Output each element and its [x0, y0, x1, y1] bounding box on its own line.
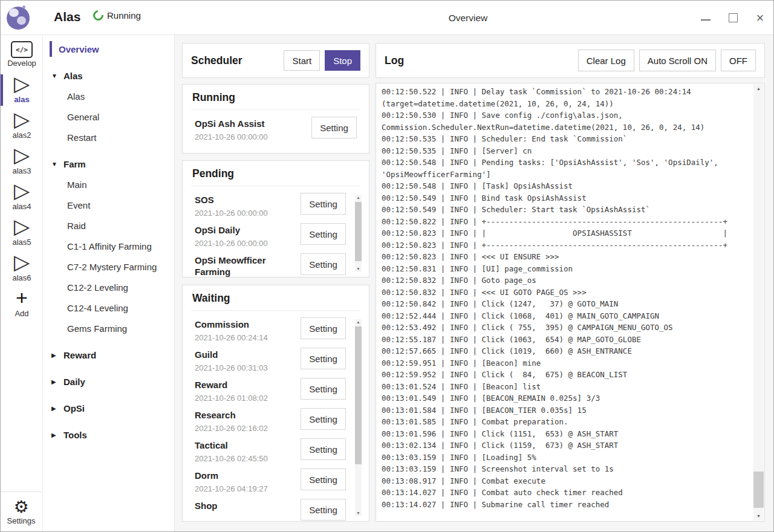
task-row: Dorm2021-10-26 04:19:27Setting [183, 465, 369, 496]
sidebar-item-alas2[interactable]: ▷alas2 [1, 108, 43, 144]
caret-right-icon: ▶ [51, 378, 59, 385]
setting-button[interactable]: Setting [301, 253, 346, 275]
card-title: Pending [183, 161, 369, 180]
scroll-down-arrow[interactable]: ▼ [355, 510, 362, 516]
active-indicator [50, 41, 52, 57]
task-name: Commission [195, 319, 285, 330]
sidebar-item-alas[interactable]: ▷alas [1, 73, 43, 108]
setting-button[interactable]: Setting [301, 499, 346, 521]
setting-button[interactable]: Setting [301, 348, 346, 369]
task-name: Dorm [195, 470, 285, 481]
nav-group-farm[interactable]: ▼Farm [43, 154, 174, 174]
setting-button[interactable]: Setting [301, 438, 346, 460]
card-title: Running [183, 85, 369, 104]
setting-button[interactable]: Setting [301, 193, 346, 215]
auto-scroll-off-button[interactable]: OFF [721, 50, 756, 71]
gear-icon: ⚙ [13, 498, 28, 516]
nav-group-alas[interactable]: ▼Alas [43, 65, 174, 86]
task-row: OpSi Ash Assist2021-10-26 00:00:00Settin… [183, 114, 369, 144]
settings-button[interactable]: ⚙ Settings [1, 491, 42, 531]
list-scrollbar[interactable]: ▲▼ [355, 195, 362, 272]
nav-item-event[interactable]: Event [43, 195, 174, 215]
maximize-button[interactable] [728, 13, 738, 23]
scroll-up-arrow[interactable]: ▲ [355, 319, 362, 325]
nav-item-c1-1-affinity-farming[interactable]: C1-1 Affinity Farming [43, 236, 174, 256]
sidebar-item-alas3[interactable]: ▷alas3 [1, 144, 43, 180]
task-name: OpSi Ash Assist [195, 118, 285, 129]
task-time: 2021-10-26 04:19:27 [195, 484, 296, 493]
task-row: OpSi Daily2021-10-26 00:00:00Setting [183, 220, 369, 250]
nav-group-daily[interactable]: ▶Daily [43, 371, 174, 392]
sidebar-item-label: alas5 [12, 238, 31, 247]
scroll-down-arrow[interactable]: ▼ [753, 511, 764, 521]
nav-item-alas[interactable]: Alas [43, 86, 174, 106]
running-panel: RunningOpSi Ash Assist2021-10-26 00:00:0… [182, 84, 369, 154]
nav-item-raid[interactable]: Raid [43, 215, 174, 236]
list-scrollbar-thumb[interactable] [355, 202, 362, 261]
nav-item-restart[interactable]: Restart [43, 127, 174, 148]
nav-item-c7-2-mystery-farming[interactable]: C7-2 Mystery Farming [43, 256, 174, 277]
play-icon: ▷ [14, 180, 30, 201]
play-icon: ▷ [14, 108, 30, 130]
setting-button[interactable]: Setting [301, 378, 346, 400]
pending-panel: PendingSOS2021-10-26 00:00:00SettingOpSi… [182, 160, 369, 277]
sidebar-item-label: Add [15, 309, 28, 318]
nav-group-reward[interactable]: ▶Reward [43, 345, 174, 365]
task-list: Commission2021-10-26 00:24:14SettingGuil… [183, 311, 369, 522]
list-scrollbar-thumb[interactable] [355, 326, 362, 464]
nav-group-opsi[interactable]: ▶OpSi [43, 398, 174, 418]
scroll-up-arrow[interactable]: ▲ [753, 84, 764, 93]
task-name: Reward [195, 379, 285, 391]
nav-item-main[interactable]: Main [43, 174, 174, 195]
sidebar-item-alas4[interactable]: ▷alas4 [1, 180, 43, 215]
sidebar-item-alas6[interactable]: ▷alas6 [1, 251, 43, 287]
start-button[interactable]: Start [284, 50, 320, 71]
minimize-button[interactable] [701, 13, 711, 23]
scroll-down-arrow[interactable]: ▼ [355, 266, 362, 272]
caret-right-icon: ▶ [51, 352, 59, 358]
stop-button[interactable]: Stop [325, 50, 360, 71]
close-button[interactable]: × [755, 13, 765, 23]
scroll-up-arrow[interactable]: ▲ [355, 195, 362, 201]
nav-group-label: OpSi [63, 403, 85, 414]
sidebar-item-add[interactable]: +Add [1, 287, 43, 322]
setting-button[interactable]: Setting [301, 317, 346, 339]
nav-item-gems-farming[interactable]: Gems Farming [43, 318, 174, 339]
task-row: OpSi Meowfficer FarmingSetting [183, 250, 369, 277]
nav-group-tools[interactable]: ▶Tools [43, 424, 174, 445]
logo-dot [22, 5, 25, 8]
setting-button[interactable]: Setting [301, 223, 346, 245]
setting-button[interactable]: Setting [301, 408, 346, 430]
titlebar: Alas Running Overview × [1, 1, 773, 35]
logo-blob [17, 16, 26, 25]
nav-item-c12-4-leveling[interactable]: C12-4 Leveling [43, 297, 174, 318]
sidebar-item-label: alas3 [12, 166, 31, 175]
setting-button[interactable]: Setting [301, 469, 346, 490]
log-scrollbar[interactable]: ▲ ▼ [753, 84, 764, 521]
task-time: 2021-10-26 00:31:03 [195, 363, 296, 372]
list-scrollbar[interactable]: ▲▼ [355, 319, 362, 516]
task-name: OpSi Daily [195, 224, 285, 236]
sidebar-item-label: alas [14, 95, 29, 104]
log-panel-header: Log Clear Log Auto Scroll ON OFF [376, 43, 765, 78]
nav-group-label: Alas [63, 71, 83, 81]
setting-button[interactable]: Setting [311, 117, 357, 138]
card-title: Waiting [183, 285, 369, 305]
clear-log-button[interactable]: Clear Log [578, 50, 634, 71]
sidebar-item-develop[interactable]: </>Develop [1, 40, 43, 73]
sidebar-item-label: alas2 [12, 131, 31, 140]
nav-item-c12-2-leveling[interactable]: C12-2 Leveling [43, 277, 174, 297]
play-icon: ▷ [14, 144, 30, 166]
sidebar-item-label: alas4 [12, 202, 31, 211]
nav-item-general[interactable]: General [43, 106, 174, 127]
nav-group-label: Farm [63, 159, 86, 169]
nav-item-overview[interactable]: Overview [43, 39, 174, 59]
sidebar-item-alas5[interactable]: ▷alas5 [1, 215, 43, 251]
task-time: 2021-10-26 02:16:02 [195, 424, 296, 433]
logo-blob [9, 8, 19, 17]
log-scrollbar-thumb[interactable] [753, 472, 764, 508]
auto-scroll-on-button[interactable]: Auto Scroll ON [639, 50, 716, 71]
task-list: OpSi Ash Assist2021-10-26 00:00:00Settin… [183, 110, 369, 144]
log-output-panel: 00:12:50.522 | INFO | Delay task `Commis… [376, 83, 765, 522]
task-row: Commission2021-10-26 00:24:14Setting [183, 314, 369, 345]
